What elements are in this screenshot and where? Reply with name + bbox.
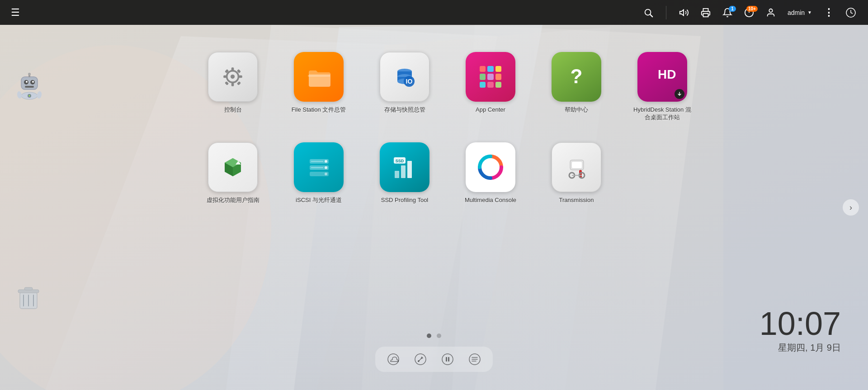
app-icon-multimedia <box>466 142 515 192</box>
svg-text:HD: HD <box>658 67 676 81</box>
info-badge: 10+ <box>746 6 758 12</box>
dock-text-icon[interactable] <box>466 350 484 368</box>
app-item-hybriddesk[interactable]: HD HybridDesk Station 混合桌面工作站 <box>626 52 698 133</box>
dock <box>375 347 493 372</box>
svg-point-64 <box>26 81 28 83</box>
appcenter-grid-pattern <box>477 63 504 90</box>
dock-cloud-icon[interactable] <box>384 350 402 368</box>
svg-rect-11 <box>703 13 708 16</box>
svg-rect-25 <box>225 81 229 85</box>
svg-rect-24 <box>237 81 241 85</box>
admin-menu-button[interactable]: admin ▼ <box>783 6 816 19</box>
clock-date: 星期四, 1月 9日 <box>760 342 841 354</box>
monitor-button[interactable] <box>841 5 861 21</box>
nav-right-arrow[interactable]: › <box>843 199 859 216</box>
user-icon-button[interactable] <box>761 5 780 20</box>
app-item-virt[interactable]: 虚拟化功能用户指南 <box>197 142 269 224</box>
app-icon-hybriddesk: HD <box>637 52 687 102</box>
svg-marker-10 <box>680 9 684 15</box>
svg-rect-21 <box>223 75 226 78</box>
hamburger-menu-button[interactable]: ☰ <box>7 3 24 22</box>
dropdown-arrow-icon: ▼ <box>807 10 812 15</box>
app-grid: 控制台 File Station 文件总管 <box>72 52 823 224</box>
app-icon-storage: IO <box>380 52 429 102</box>
app-item-control[interactable]: 控制台 <box>197 52 269 133</box>
app-label-transmission: Transmission <box>559 197 594 204</box>
app-label-ssd: SSD Profiling Tool <box>381 197 429 204</box>
right-arrow-icon: › <box>849 203 852 212</box>
svg-point-65 <box>32 81 34 83</box>
notification-button[interactable]: 1 <box>718 5 737 20</box>
svg-rect-56 <box>572 162 582 168</box>
app-label-appcenter: App Center <box>476 106 505 114</box>
volume-button[interactable] <box>675 5 693 20</box>
pagination-dot-2[interactable] <box>437 334 441 338</box>
app-label-filestation: File Station 文件总管 <box>292 106 346 114</box>
trash-icon[interactable] <box>13 282 44 313</box>
svg-text:SSD: SSD <box>395 159 404 163</box>
more-options-button[interactable]: ⋮ <box>819 4 838 21</box>
info-button[interactable]: 10+ <box>740 5 759 20</box>
svg-rect-84 <box>446 357 447 362</box>
svg-text:?: ? <box>570 65 582 87</box>
app-item-iscsi[interactable]: iSCSI 与光纤通道 <box>283 142 355 224</box>
app-icon-iscsi <box>294 142 344 192</box>
desktop: 控制台 File Station 文件总管 <box>0 25 868 390</box>
svg-point-83 <box>442 354 453 365</box>
app-item-multimedia[interactable]: Multimedia Console <box>454 142 527 224</box>
hybriddesk-download-badge <box>675 89 684 99</box>
app-label-multimedia: Multimedia Console <box>465 197 516 204</box>
dock-pause-icon[interactable] <box>439 350 457 368</box>
svg-point-71 <box>37 91 42 99</box>
svg-point-68 <box>28 73 31 75</box>
svg-rect-20 <box>231 83 234 86</box>
svg-rect-66 <box>25 86 34 88</box>
svg-rect-19 <box>231 67 234 70</box>
app-label-control: 控制台 <box>224 106 242 114</box>
app-item-ssd[interactable]: SSD SSD Profiling Tool <box>368 142 441 224</box>
app-item-appcenter[interactable]: App Center <box>454 52 527 133</box>
pagination-dot-1[interactable] <box>427 334 431 338</box>
svg-point-54 <box>487 164 494 171</box>
app-label-helpcenter: 帮助中心 <box>565 106 588 114</box>
app-item-transmission[interactable]: Transmission <box>540 142 613 224</box>
app-label-hybriddesk: HybridDesk Station 混合桌面工作站 <box>631 106 694 122</box>
app-icon-virt <box>208 142 258 192</box>
app-label-storage: 存储与快照总管 <box>384 106 425 114</box>
sidebar <box>9 70 50 111</box>
dock-tools-icon[interactable] <box>411 350 429 368</box>
svg-point-15 <box>769 9 772 12</box>
app-label-iscsi: iSCSI 与光纤通道 <box>296 197 342 204</box>
pagination <box>427 334 441 338</box>
app-icon-appcenter <box>466 52 515 102</box>
taskbar: ☰ <box>0 0 868 25</box>
app-icon-transmission <box>552 142 601 192</box>
svg-rect-22 <box>239 75 242 78</box>
clock: 10:07 星期四, 1月 9日 <box>760 307 841 354</box>
app-icon-control <box>208 52 258 102</box>
svg-rect-85 <box>448 357 449 362</box>
svg-rect-49 <box>395 171 399 178</box>
sidebar-robot-icon[interactable] <box>9 70 50 111</box>
search-button[interactable] <box>639 5 658 20</box>
app-icon-filestation <box>294 52 344 102</box>
app-icon-helpcenter: ? <box>552 52 601 102</box>
app-item-storage[interactable]: IO 存储与快照总管 <box>368 52 441 133</box>
admin-label: admin <box>788 9 805 16</box>
svg-rect-76 <box>24 287 33 290</box>
svg-point-82 <box>418 360 420 362</box>
svg-point-73 <box>28 95 30 97</box>
print-button[interactable] <box>696 5 715 20</box>
clock-time: 10:07 <box>760 307 841 340</box>
app-item-helpcenter[interactable]: ? 帮助中心 <box>540 52 613 133</box>
svg-point-70 <box>17 91 23 99</box>
notification-badge: 1 <box>729 6 736 12</box>
more-icon: ⋮ <box>824 7 834 19</box>
svg-point-18 <box>231 75 235 79</box>
app-icon-ssd: SSD <box>380 142 429 192</box>
app-label-virt: 虚拟化功能用户指南 <box>207 197 259 204</box>
svg-rect-51 <box>407 161 412 178</box>
svg-point-46 <box>325 173 327 175</box>
app-item-filestation[interactable]: File Station 文件总管 <box>283 52 355 133</box>
svg-text:IO: IO <box>406 78 412 85</box>
